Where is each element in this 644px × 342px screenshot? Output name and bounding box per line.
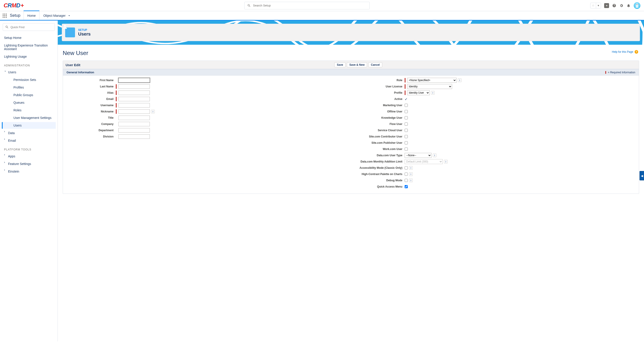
info-icon[interactable]: i xyxy=(151,110,155,113)
chevron-right-icon[interactable]: › xyxy=(4,137,5,141)
nav-setup-home[interactable]: Setup Home xyxy=(2,34,56,41)
label-first-name: First Name xyxy=(66,79,116,82)
global-search[interactable] xyxy=(244,2,370,9)
expand-panel-button[interactable]: ◀ xyxy=(640,171,644,180)
save-button[interactable]: Save xyxy=(334,62,346,67)
nav-users[interactable]: Users xyxy=(2,69,56,76)
bell-icon[interactable] xyxy=(626,3,630,7)
chevron-down-icon[interactable]: ⌄ xyxy=(4,69,6,72)
info-icon[interactable]: i xyxy=(433,154,436,157)
user-license-select[interactable]: Identity xyxy=(407,84,452,89)
sitecom-publisher-checkbox[interactable] xyxy=(405,141,408,144)
datacom-user-type-select[interactable]: --None-- xyxy=(405,153,432,158)
company-field[interactable] xyxy=(118,122,150,126)
nav-email[interactable]: Email xyxy=(2,137,56,144)
page-title: Users xyxy=(78,31,91,37)
global-add-button[interactable]: ＋ xyxy=(604,3,609,8)
app-launcher[interactable] xyxy=(0,11,10,20)
nav-lightning-usage[interactable]: Lightning Usage xyxy=(2,53,56,60)
page-header: SETUP Users xyxy=(62,24,640,41)
label-nickname: Nickname xyxy=(66,110,116,113)
info-icon[interactable]: i xyxy=(431,91,435,95)
breadcrumb: SETUP xyxy=(78,28,91,31)
last-name-field[interactable] xyxy=(118,84,150,89)
quick-find[interactable] xyxy=(3,23,55,31)
quick-access-checkbox[interactable] xyxy=(405,185,408,188)
label-offline-user: Offline User xyxy=(355,110,405,113)
nickname-field[interactable] xyxy=(118,109,150,114)
chevron-right-icon[interactable]: › xyxy=(4,130,5,133)
sitecom-contributor-checkbox[interactable] xyxy=(405,135,408,138)
label-division: Division xyxy=(66,135,116,138)
knowledge-user-checkbox[interactable] xyxy=(405,116,408,119)
workcom-user-checkbox[interactable] xyxy=(405,148,408,151)
left-column: First Name Last Name Alias Email Usernam… xyxy=(66,77,346,190)
title-field[interactable] xyxy=(118,116,150,120)
flow-user-checkbox[interactable] xyxy=(405,123,408,126)
nav-apps[interactable]: Apps xyxy=(2,153,56,160)
info-icon[interactable]: i xyxy=(458,78,462,82)
save-new-button[interactable]: Save & New xyxy=(347,62,367,67)
nav-einstein[interactable]: Einstein xyxy=(2,168,56,175)
avatar[interactable] xyxy=(634,2,640,9)
nav-heading-administration: ADMINISTRATION xyxy=(2,61,56,68)
global-header: CRMD+ ☆ ▾ ＋ xyxy=(0,0,644,11)
nav-data[interactable]: Data xyxy=(2,130,56,136)
label-debug-mode: Debug Mode xyxy=(355,179,405,182)
tab-object-manager[interactable]: Object Manager xyxy=(40,11,75,20)
datacom-limit-select: Default Limit (300) xyxy=(405,159,443,164)
high-contrast-checkbox[interactable] xyxy=(405,172,408,176)
section-title: General Information xyxy=(66,71,94,74)
department-field[interactable] xyxy=(118,128,150,133)
required-legend: = Required Information xyxy=(605,71,635,74)
help-link[interactable]: Help for this Page ? xyxy=(612,50,638,54)
nav-transition-assistant[interactable]: Lightning Experience Transition Assistan… xyxy=(2,42,56,52)
nav-profiles[interactable]: Profiles xyxy=(2,84,56,91)
cancel-button[interactable]: Cancel xyxy=(368,62,382,67)
service-cloud-user-checkbox[interactable] xyxy=(405,129,408,132)
first-name-field[interactable] xyxy=(118,78,150,82)
chevron-right-icon[interactable]: › xyxy=(4,161,5,164)
help-icon[interactable] xyxy=(612,3,616,7)
label-role: Role xyxy=(355,79,405,82)
nav-queues[interactable]: Queues xyxy=(2,99,56,106)
nav-public-groups[interactable]: Public Groups xyxy=(2,92,56,98)
label-last-name: Last Name xyxy=(66,85,116,88)
info-icon[interactable]: i xyxy=(409,178,413,182)
email-field[interactable] xyxy=(118,97,150,101)
tab-home[interactable]: Home xyxy=(24,10,40,20)
logo: CRMD+ xyxy=(4,2,24,9)
label-high-contrast: High-Contrast Palette on Charts xyxy=(355,172,405,176)
info-icon[interactable]: i xyxy=(444,160,448,164)
nav-permission-sets[interactable]: Permission Sets xyxy=(2,76,56,83)
label-flow-user: Flow User xyxy=(355,123,405,126)
nav-users-sub[interactable]: Users xyxy=(2,122,56,129)
profile-select[interactable]: Identity User xyxy=(407,90,430,95)
global-search-input[interactable] xyxy=(253,4,367,7)
role-select[interactable]: <None Specified> xyxy=(407,78,456,83)
username-field[interactable] xyxy=(118,103,150,108)
nav-feature-settings[interactable]: Feature Settings xyxy=(2,161,56,167)
info-icon[interactable]: i xyxy=(409,166,413,170)
label-knowledge-user: Knowledge User xyxy=(355,116,405,119)
chevron-down-icon xyxy=(68,14,71,17)
nav-user-management-settings[interactable]: User Management Settings xyxy=(2,114,56,121)
favorites-button[interactable]: ☆ ▾ xyxy=(590,3,601,8)
division-field[interactable] xyxy=(118,134,150,139)
user-icon xyxy=(65,27,75,37)
quick-find-input[interactable] xyxy=(10,25,52,29)
nav-roles[interactable]: Roles xyxy=(2,107,56,114)
label-department: Department xyxy=(66,129,116,132)
label-service-cloud-user: Service Cloud User xyxy=(355,129,405,132)
chevron-right-icon[interactable]: › xyxy=(4,168,5,171)
chevron-right-icon[interactable]: › xyxy=(4,153,5,156)
info-icon[interactable]: i xyxy=(409,172,413,176)
alias-field[interactable] xyxy=(118,91,150,95)
marketing-user-checkbox[interactable] xyxy=(405,104,408,107)
debug-mode-checkbox[interactable] xyxy=(405,179,408,182)
help-icon: ? xyxy=(634,50,638,54)
accessibility-checkbox[interactable] xyxy=(405,166,408,170)
gear-icon[interactable] xyxy=(619,3,624,7)
label-datacom-limit: Data.com Monthly Addition Limit xyxy=(355,160,405,163)
offline-user-checkbox[interactable] xyxy=(405,110,408,113)
